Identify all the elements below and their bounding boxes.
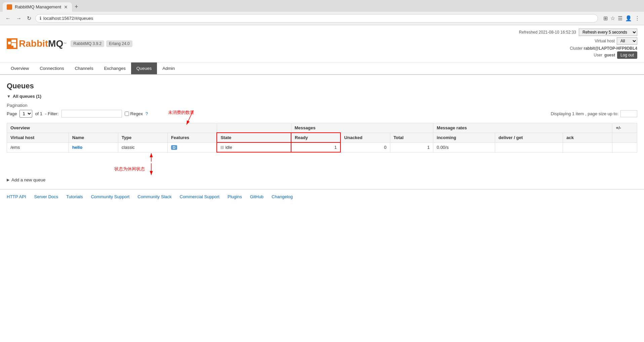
regex-checkbox[interactable] (125, 112, 129, 116)
add-queue-arrow: ▶ (7, 178, 9, 182)
logo-rabbit-text: Rabbit (19, 38, 48, 49)
cell-incoming: 0.00/s (433, 142, 495, 152)
cell-total: 1 (390, 142, 433, 152)
queue-name-link[interactable]: hello (72, 145, 82, 150)
bookmark-icon[interactable]: ☆ (610, 15, 615, 22)
browser-controls: ← → ↻ ℹ localhost:15672/#/queues ⊞ ☆ ☰ 👤… (0, 12, 644, 25)
app-header: RabbitMQ™ RabbitMQ 3.9.2 Erlang 24.0 Ref… (0, 25, 644, 62)
nav-connections[interactable]: Connections (34, 62, 69, 74)
page-size-input[interactable]: 100 (620, 110, 637, 117)
th-ready: Ready (291, 133, 340, 142)
reading-list-icon[interactable]: ☰ (618, 15, 622, 22)
state-value: idle (225, 145, 232, 150)
table-row: /ems hello classic D idle 1 0 1 0.00/s (7, 142, 637, 152)
cell-actions (612, 142, 637, 152)
vhost-label: Virtual host (595, 39, 615, 43)
cluster-row: Cluster rabbit@LAPTOP-HFP9DBL4 (519, 46, 637, 51)
idle-indicator: idle (220, 145, 287, 150)
nav-exchanges[interactable]: Exchanges (98, 62, 131, 74)
th-messages-spacer (217, 123, 291, 133)
add-queue-section[interactable]: ▶ Add a new queue (7, 177, 637, 182)
th-deliver-get: deliver / get (495, 133, 563, 142)
queues-table-wrapper: 未消费的数量 Overview (7, 123, 637, 172)
th-overview: Overview (7, 123, 217, 133)
version-badges: RabbitMQ 3.9.2 Erlang 24.0 (71, 40, 132, 47)
footer-link-community-slack[interactable]: Community Slack (137, 194, 171, 199)
address-bar[interactable]: ℹ localhost:15672/#/queues (35, 14, 598, 23)
translate-icon[interactable]: ⊞ (603, 15, 608, 22)
profile-icon[interactable]: 👤 (625, 15, 632, 22)
annotation-idle-state: 状态为休闲状态 (114, 166, 637, 172)
th-plus-minus[interactable]: +/- (612, 123, 637, 133)
refreshed-label: Refreshed 2021-08-10 16:52:33 (519, 30, 576, 35)
th-state: State (217, 133, 291, 142)
regex-checkbox-label: Regex (125, 111, 143, 116)
section-label: All queues (1) (13, 94, 41, 99)
footer-link-community-support[interactable]: Community Support (91, 194, 129, 199)
user-label: User (594, 53, 602, 57)
filter-input[interactable] (62, 110, 122, 118)
footer-link-plugins[interactable]: Plugins (228, 194, 242, 199)
main-nav: Overview Connections Channels Exchanges … (0, 62, 644, 75)
cell-name: hello (69, 142, 118, 152)
section-collapse-arrow: ▼ (7, 94, 11, 99)
active-tab[interactable]: RabbitMQ Management ✕ (3, 2, 72, 12)
refresh-button[interactable]: ↻ (26, 14, 33, 23)
nav-overview[interactable]: Overview (5, 62, 34, 74)
idle-dot-icon (220, 146, 224, 149)
refresh-interval-select[interactable]: Refresh every 5 seconds Refresh every 10… (579, 29, 637, 36)
nav-admin[interactable]: Admin (157, 62, 180, 74)
nav-queues[interactable]: Queues (131, 62, 157, 74)
rabbitmq-version-badge: RabbitMQ 3.9.2 (71, 40, 104, 47)
browser-chrome: RabbitMQ Management ✕ + ← → ↻ ℹ localhos… (0, 0, 644, 25)
refresh-row: Refreshed 2021-08-10 16:52:33 Refresh ev… (519, 29, 637, 36)
filter-label: - Filter: (45, 111, 58, 116)
tab-close-button[interactable]: ✕ (64, 4, 68, 10)
th-virtual-host: Virtual host (7, 133, 69, 142)
svg-rect-1 (11, 40, 16, 42)
th-unacked: Unacked (340, 133, 390, 142)
back-button[interactable]: ← (4, 14, 12, 23)
logo-tm: ™ (63, 42, 67, 46)
nav-channels[interactable]: Channels (69, 62, 98, 74)
cell-ready: 1 (291, 142, 340, 152)
header-right: Refreshed 2021-08-10 16:52:33 Refresh ev… (519, 29, 637, 59)
footer-link-github[interactable]: GitHub (250, 194, 264, 199)
idle-annotation-container: 状态为休闲状态 (7, 166, 637, 172)
footer-link-server-docs[interactable]: Server Docs (34, 194, 58, 199)
forward-button[interactable]: → (15, 14, 23, 23)
content-area: Queues ▼ All queues (1) Pagination Page … (0, 75, 644, 189)
svg-rect-2 (11, 43, 16, 46)
vhost-select[interactable]: All /ems (617, 37, 637, 45)
footer-link-changelog[interactable]: Changelog (272, 194, 293, 199)
user-value: guest (604, 53, 615, 57)
tab-bar: RabbitMQ Management ✕ + (0, 0, 644, 12)
displaying-label: Displaying 1 item , page size up to: (551, 111, 618, 116)
logout-button[interactable]: Log out (617, 51, 637, 59)
th-messages: Messages (291, 123, 433, 133)
th-actions (612, 133, 637, 142)
tab-title: RabbitMQ Management (15, 4, 61, 9)
new-tab-button[interactable]: + (72, 2, 81, 12)
th-features: Features (167, 133, 217, 142)
page-select[interactable]: 1 (19, 110, 32, 118)
add-queue-label: Add a new queue (11, 177, 45, 182)
cell-ack (563, 142, 612, 152)
cell-type: classic (118, 142, 167, 152)
help-icon[interactable]: ? (146, 111, 148, 116)
th-message-rates: Message rates (433, 123, 612, 133)
pagination-controls: Page 1 of 1 - Filter: Regex ? Displaying… (7, 110, 637, 118)
lock-icon: ℹ (40, 16, 41, 21)
menu-icon[interactable]: ⋮ (635, 15, 640, 22)
footer: HTTP API Server Docs Tutorials Community… (0, 189, 644, 204)
footer-link-http-api[interactable]: HTTP API (7, 194, 26, 199)
footer-link-tutorials[interactable]: Tutorials (66, 194, 83, 199)
th-type: Type (118, 133, 167, 142)
cluster-value: rabbit@LAPTOP-HFP9DBL4 (584, 46, 638, 51)
cell-unacked: 0 (340, 142, 390, 152)
cluster-label: Cluster (570, 46, 582, 51)
erlang-version-badge: Erlang 24.0 (106, 40, 132, 47)
footer-link-commercial-support[interactable]: Commercial Support (180, 194, 220, 199)
all-queues-section[interactable]: ▼ All queues (1) (7, 94, 637, 99)
th-ack: ack (563, 133, 612, 142)
